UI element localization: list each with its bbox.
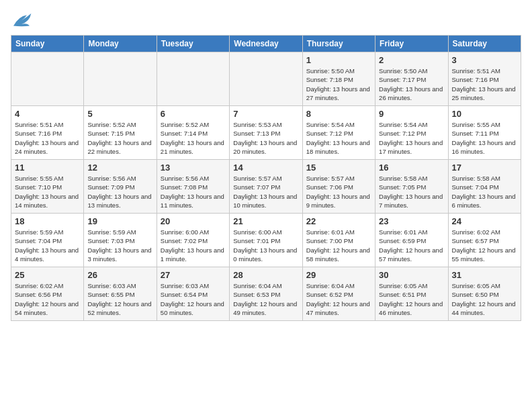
daylight-text: Daylight: 13 hours and 14 minutes. <box>15 192 80 210</box>
sunrise-text: Sunrise: 5:50 AM <box>306 66 371 75</box>
day-info: Sunrise: 5:59 AM Sunset: 7:04 PM Dayligh… <box>15 228 80 263</box>
calendar-cell: 11 Sunrise: 5:55 AM Sunset: 7:10 PM Dayl… <box>11 160 84 214</box>
daylight-text: Daylight: 13 hours and 4 minutes. <box>15 246 80 264</box>
sunrise-text: Sunrise: 5:55 AM <box>15 174 80 183</box>
sunrise-text: Sunrise: 5:56 AM <box>161 174 226 183</box>
day-number: 22 <box>306 216 371 226</box>
daylight-text: Daylight: 13 hours and 16 minutes. <box>452 138 517 156</box>
daylight-text: Daylight: 13 hours and 1 minute. <box>161 246 226 264</box>
day-info: Sunrise: 5:52 AM Sunset: 7:14 PM Dayligh… <box>161 120 226 156</box>
calendar-week-row: 11 Sunrise: 5:55 AM Sunset: 7:10 PM Dayl… <box>11 160 521 214</box>
day-info: Sunrise: 5:57 AM Sunset: 7:07 PM Dayligh… <box>233 174 298 210</box>
sunset-text: Sunset: 7:07 PM <box>233 183 298 191</box>
sunset-text: Sunset: 7:11 PM <box>452 129 517 138</box>
sunset-text: Sunset: 7:04 PM <box>452 183 517 191</box>
day-info: Sunrise: 6:01 AM Sunset: 7:00 PM Dayligh… <box>306 228 371 263</box>
sunset-text: Sunset: 7:16 PM <box>15 129 80 138</box>
calendar-table: SundayMondayTuesdayWednesdayThursdayFrid… <box>11 35 521 321</box>
sunrise-text: Sunrise: 6:00 AM <box>161 228 226 236</box>
sunset-text: Sunset: 7:02 PM <box>161 236 226 245</box>
day-info: Sunrise: 5:56 AM Sunset: 7:08 PM Dayligh… <box>161 174 226 210</box>
calendar-cell: 19 Sunrise: 5:59 AM Sunset: 7:03 PM Dayl… <box>84 214 157 267</box>
sunset-text: Sunset: 7:12 PM <box>379 129 444 138</box>
sunrise-text: Sunrise: 5:50 AM <box>379 66 444 75</box>
sunset-text: Sunset: 7:12 PM <box>306 129 371 138</box>
sunset-text: Sunset: 6:53 PM <box>233 290 298 299</box>
day-info: Sunrise: 6:03 AM Sunset: 6:55 PM Dayligh… <box>87 281 152 317</box>
calendar-cell: 30 Sunrise: 6:05 AM Sunset: 6:51 PM Dayl… <box>375 267 448 321</box>
daylight-text: Daylight: 13 hours and 9 minutes. <box>306 192 371 210</box>
calendar-cell: 28 Sunrise: 6:04 AM Sunset: 6:53 PM Dayl… <box>230 267 302 321</box>
day-info: Sunrise: 6:04 AM Sunset: 6:53 PM Dayligh… <box>233 281 298 317</box>
sunrise-text: Sunrise: 5:57 AM <box>306 174 371 183</box>
day-number: 18 <box>15 216 80 226</box>
sunrise-text: Sunrise: 6:05 AM <box>452 281 517 290</box>
daylight-text: Daylight: 13 hours and 24 minutes. <box>15 138 80 156</box>
day-number: 23 <box>379 216 444 226</box>
calendar-cell: 6 Sunrise: 5:52 AM Sunset: 7:14 PM Dayli… <box>157 106 229 160</box>
sunset-text: Sunset: 6:51 PM <box>379 290 444 299</box>
sunrise-text: Sunrise: 5:59 AM <box>15 228 80 236</box>
logo <box>11 11 35 30</box>
calendar-body: 1 Sunrise: 5:50 AM Sunset: 7:18 PM Dayli… <box>11 52 521 321</box>
day-number: 20 <box>161 216 226 226</box>
calendar-week-row: 18 Sunrise: 5:59 AM Sunset: 7:04 PM Dayl… <box>11 214 521 267</box>
day-number: 1 <box>306 55 371 65</box>
sunset-text: Sunset: 7:04 PM <box>15 236 80 245</box>
day-number: 6 <box>161 109 226 119</box>
day-number: 26 <box>87 270 152 280</box>
day-info: Sunrise: 6:00 AM Sunset: 7:02 PM Dayligh… <box>161 228 226 263</box>
day-number: 10 <box>452 109 517 119</box>
sunset-text: Sunset: 6:54 PM <box>161 290 226 299</box>
daylight-text: Daylight: 12 hours and 55 minutes. <box>452 246 517 264</box>
calendar-cell: 27 Sunrise: 6:03 AM Sunset: 6:54 PM Dayl… <box>157 267 229 321</box>
calendar-column-header: Saturday <box>448 36 521 52</box>
sunrise-text: Sunrise: 5:51 AM <box>452 66 517 75</box>
calendar-column-header: Tuesday <box>157 36 229 52</box>
sunrise-text: Sunrise: 5:54 AM <box>306 120 371 129</box>
calendar-column-header: Sunday <box>11 36 84 52</box>
calendar-cell: 10 Sunrise: 5:55 AM Sunset: 7:11 PM Dayl… <box>448 106 521 160</box>
sunrise-text: Sunrise: 5:54 AM <box>379 120 444 129</box>
day-number: 5 <box>87 109 152 119</box>
calendar-cell: 25 Sunrise: 6:02 AM Sunset: 6:56 PM Dayl… <box>11 267 84 321</box>
day-number: 25 <box>15 270 80 280</box>
daylight-text: Daylight: 12 hours and 54 minutes. <box>15 300 80 318</box>
daylight-text: Daylight: 12 hours and 52 minutes. <box>87 300 152 318</box>
day-number: 13 <box>161 163 226 173</box>
sunset-text: Sunset: 7:00 PM <box>306 236 371 245</box>
sunrise-text: Sunrise: 6:01 AM <box>306 228 371 236</box>
daylight-text: Daylight: 13 hours and 20 minutes. <box>233 138 298 156</box>
calendar-cell: 15 Sunrise: 5:57 AM Sunset: 7:06 PM Dayl… <box>302 160 375 214</box>
sunset-text: Sunset: 6:56 PM <box>15 290 80 299</box>
day-info: Sunrise: 5:57 AM Sunset: 7:06 PM Dayligh… <box>306 174 371 210</box>
day-number: 27 <box>161 270 226 280</box>
day-info: Sunrise: 6:04 AM Sunset: 6:52 PM Dayligh… <box>306 281 371 317</box>
daylight-text: Daylight: 12 hours and 46 minutes. <box>379 300 444 318</box>
calendar-cell: 18 Sunrise: 5:59 AM Sunset: 7:04 PM Dayl… <box>11 214 84 267</box>
day-number: 4 <box>15 109 80 119</box>
sunrise-text: Sunrise: 5:55 AM <box>452 120 517 129</box>
sunset-text: Sunset: 6:55 PM <box>87 290 152 299</box>
day-info: Sunrise: 5:58 AM Sunset: 7:04 PM Dayligh… <box>452 174 517 210</box>
sunset-text: Sunset: 6:59 PM <box>379 236 444 245</box>
day-number: 17 <box>452 163 517 173</box>
day-number: 29 <box>306 270 371 280</box>
calendar-cell: 2 Sunrise: 5:50 AM Sunset: 7:17 PM Dayli… <box>375 52 448 106</box>
sunset-text: Sunset: 7:14 PM <box>161 129 226 138</box>
calendar-column-header: Thursday <box>302 36 375 52</box>
calendar-cell: 3 Sunrise: 5:51 AM Sunset: 7:16 PM Dayli… <box>448 52 521 106</box>
daylight-text: Daylight: 13 hours and 3 minutes. <box>87 246 152 264</box>
day-number: 28 <box>233 270 298 280</box>
sunrise-text: Sunrise: 6:02 AM <box>15 281 80 290</box>
day-number: 2 <box>379 55 444 65</box>
sunrise-text: Sunrise: 5:56 AM <box>87 174 152 183</box>
calendar-cell: 26 Sunrise: 6:03 AM Sunset: 6:55 PM Dayl… <box>84 267 157 321</box>
day-info: Sunrise: 6:05 AM Sunset: 6:50 PM Dayligh… <box>452 281 517 317</box>
sunrise-text: Sunrise: 5:53 AM <box>233 120 298 129</box>
sunset-text: Sunset: 6:57 PM <box>452 236 517 245</box>
sunrise-text: Sunrise: 5:52 AM <box>87 120 152 129</box>
day-info: Sunrise: 5:50 AM Sunset: 7:18 PM Dayligh… <box>306 66 371 102</box>
calendar-cell <box>230 52 302 106</box>
sunset-text: Sunset: 7:18 PM <box>306 75 371 84</box>
